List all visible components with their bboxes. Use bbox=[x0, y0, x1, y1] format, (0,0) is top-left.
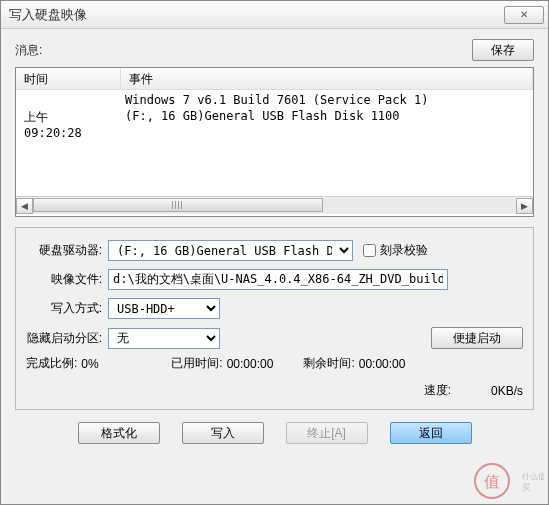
save-button[interactable]: 保存 bbox=[472, 39, 534, 61]
scroll-left-arrow-icon[interactable]: ◀ bbox=[16, 198, 33, 214]
elapsed-label: 已用时间: bbox=[171, 355, 222, 372]
scroll-track[interactable] bbox=[33, 198, 516, 214]
image-row: 映像文件: bbox=[26, 269, 523, 290]
hide-partition-label: 隐藏启动分区: bbox=[26, 330, 108, 347]
drive-label: 硬盘驱动器: bbox=[26, 242, 108, 259]
format-button[interactable]: 格式化 bbox=[78, 422, 160, 444]
close-button[interactable]: ✕ bbox=[504, 6, 544, 24]
elapsed-value: 00:00:00 bbox=[227, 357, 274, 371]
write-method-select[interactable]: USB-HDD+ bbox=[108, 298, 220, 319]
hide-row: 隐藏启动分区: 无 便捷启动 bbox=[26, 327, 523, 349]
drive-select[interactable]: (F:, 16 GB)General USB Flash Disk 1100 bbox=[108, 240, 353, 261]
verify-checkbox-wrap[interactable]: 刻录校验 bbox=[363, 242, 428, 259]
progress-label: 完成比例: bbox=[26, 355, 77, 372]
dialog-body: 消息: 保存 时间 事件 Windows 7 v6.1 Build 7601 (… bbox=[1, 29, 548, 454]
settings-group: 硬盘驱动器: (F:, 16 GB)General USB Flash Disk… bbox=[15, 227, 534, 410]
messages-header-row: 消息: 保存 bbox=[15, 39, 534, 61]
scroll-right-arrow-icon[interactable]: ▶ bbox=[516, 198, 533, 214]
log-cell-time: 上午 09:20:28 bbox=[16, 108, 121, 141]
speed-value: 0KB/s bbox=[491, 384, 523, 398]
svg-text:什么值得: 什么值得 bbox=[522, 472, 544, 481]
dialog-window: 写入硬盘映像 ✕ 消息: 保存 时间 事件 Windows 7 v6.1 Bui… bbox=[0, 0, 549, 505]
image-path-input[interactable] bbox=[108, 269, 448, 290]
titlebar: 写入硬盘映像 ✕ bbox=[1, 1, 548, 29]
return-button[interactable]: 返回 bbox=[390, 422, 472, 444]
status-row: 完成比例: 0% 已用时间: 00:00:00 剩余时间: 00:00:00 bbox=[26, 355, 523, 372]
watermark-icon: 值 什么值得 买 bbox=[474, 462, 544, 500]
log-body: Windows 7 v6.1 Build 7601 (Service Pack … bbox=[16, 90, 533, 196]
write-button[interactable]: 写入 bbox=[182, 422, 264, 444]
abort-button[interactable]: 终止[A] bbox=[286, 422, 368, 444]
image-label: 映像文件: bbox=[26, 271, 108, 288]
col-header-event[interactable]: 事件 bbox=[121, 68, 533, 89]
log-row: 上午 09:20:28 (F:, 16 GB)General USB Flash… bbox=[16, 108, 533, 141]
verify-label: 刻录校验 bbox=[380, 242, 428, 259]
scroll-grip-icon bbox=[172, 201, 184, 209]
log-cell-event: Windows 7 v6.1 Build 7601 (Service Pack … bbox=[121, 92, 533, 108]
log-box: 时间 事件 Windows 7 v6.1 Build 7601 (Service… bbox=[15, 67, 534, 217]
col-header-time[interactable]: 时间 bbox=[16, 68, 121, 89]
log-cell-event: (F:, 16 GB)General USB Flash Disk 1100 bbox=[121, 108, 533, 141]
window-title: 写入硬盘映像 bbox=[9, 6, 504, 24]
verify-checkbox[interactable] bbox=[363, 244, 376, 257]
log-row: Windows 7 v6.1 Build 7601 (Service Pack … bbox=[16, 92, 533, 108]
svg-text:买: 买 bbox=[522, 483, 530, 492]
easy-boot-button[interactable]: 便捷启动 bbox=[431, 327, 523, 349]
speed-row: 速度: 0KB/s bbox=[26, 382, 523, 399]
messages-label: 消息: bbox=[15, 42, 472, 59]
drive-row: 硬盘驱动器: (F:, 16 GB)General USB Flash Disk… bbox=[26, 240, 523, 261]
svg-point-0 bbox=[475, 464, 509, 498]
scroll-thumb[interactable] bbox=[33, 198, 323, 212]
action-button-row: 格式化 写入 终止[A] 返回 bbox=[15, 422, 534, 444]
log-cell-time bbox=[16, 92, 121, 108]
method-label: 写入方式: bbox=[26, 300, 108, 317]
close-icon: ✕ bbox=[520, 9, 528, 20]
progress-value: 0% bbox=[81, 357, 141, 371]
horizontal-scrollbar[interactable]: ◀ ▶ bbox=[16, 196, 533, 214]
remaining-value: 00:00:00 bbox=[359, 357, 406, 371]
log-header: 时间 事件 bbox=[16, 68, 533, 90]
hide-partition-select[interactable]: 无 bbox=[108, 328, 220, 349]
remaining-label: 剩余时间: bbox=[303, 355, 354, 372]
speed-label: 速度: bbox=[424, 382, 451, 399]
method-row: 写入方式: USB-HDD+ bbox=[26, 298, 523, 319]
svg-text:值: 值 bbox=[484, 473, 500, 490]
